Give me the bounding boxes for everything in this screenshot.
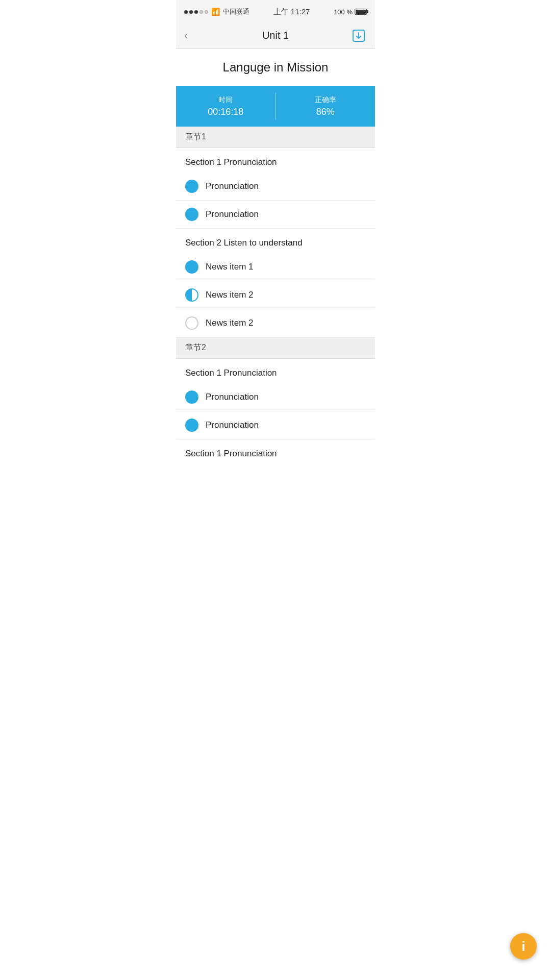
section-2-header: Section 2 Listen to understand xyxy=(176,229,375,253)
circle-full-icon xyxy=(185,180,198,193)
list-item[interactable]: Pronunciation xyxy=(176,383,375,411)
battery-percent: 100 % xyxy=(334,8,353,16)
time-value: 00:16:18 xyxy=(208,107,243,117)
stat-accuracy: 正确率 86% xyxy=(276,86,375,127)
list-item[interactable]: Pronunciation xyxy=(176,173,375,201)
dot-1 xyxy=(184,10,188,14)
list-item[interactable]: Pronunciation xyxy=(176,411,375,439)
circle-full-icon xyxy=(185,419,198,432)
status-time: 上午 11:27 xyxy=(273,7,310,17)
chapter-1-header: 章节1 xyxy=(176,127,375,148)
item-label: Pronunciation xyxy=(206,420,259,430)
page-title: Languge in Mission xyxy=(176,49,375,86)
nav-bar: ‹ Unit 1 xyxy=(176,22,375,49)
nav-title: Unit 1 xyxy=(262,30,289,41)
back-button[interactable]: ‹ xyxy=(184,29,201,42)
list-item[interactable]: Pronunciation xyxy=(176,201,375,229)
stats-bar: 时间 00:16:18 正确率 86% xyxy=(176,86,375,127)
section-1-header: Section 1 Pronunciation xyxy=(176,148,375,173)
circle-full-icon xyxy=(185,208,198,221)
list-item[interactable]: News item 1 xyxy=(176,253,375,281)
dot-5 xyxy=(205,10,208,14)
section-4-header: Section 1 Pronunciation xyxy=(176,439,375,464)
item-label: News item 2 xyxy=(206,290,254,300)
download-button[interactable] xyxy=(350,28,367,44)
accuracy-value: 86% xyxy=(316,107,335,117)
content-scroll: 章节1 Section 1 Pronunciation Pronunciatio… xyxy=(176,127,375,464)
item-label: Pronunciation xyxy=(206,181,259,191)
section-3-header: Section 1 Pronunciation xyxy=(176,359,375,383)
item-label: News item 2 xyxy=(206,318,254,328)
list-item[interactable]: News item 2 xyxy=(176,309,375,337)
status-left: 📶 中国联通 xyxy=(184,7,249,16)
circle-full-icon xyxy=(185,390,198,404)
battery-icon xyxy=(355,9,367,15)
carrier-label: 中国联通 xyxy=(223,7,249,16)
signal-dots xyxy=(184,10,208,14)
circle-empty-icon xyxy=(185,316,198,330)
item-label: Pronunciation xyxy=(206,209,259,219)
dot-3 xyxy=(194,10,198,14)
circle-full-icon xyxy=(185,260,198,274)
list-item[interactable]: News item 2 xyxy=(176,281,375,309)
accuracy-label: 正确率 xyxy=(315,95,336,105)
chapter-2-header: 章节2 xyxy=(176,337,375,359)
dot-2 xyxy=(189,10,193,14)
time-label: 时间 xyxy=(218,95,233,105)
wifi-icon: 📶 xyxy=(211,8,220,16)
circle-half-icon xyxy=(185,288,198,302)
status-bar: 📶 中国联通 上午 11:27 100 % xyxy=(176,0,375,22)
item-label: News item 1 xyxy=(206,262,254,272)
dot-4 xyxy=(199,10,203,14)
status-right: 100 % xyxy=(334,8,367,16)
stat-time: 时间 00:16:18 xyxy=(176,86,276,127)
download-icon xyxy=(352,29,365,42)
item-label: Pronunciation xyxy=(206,392,259,402)
